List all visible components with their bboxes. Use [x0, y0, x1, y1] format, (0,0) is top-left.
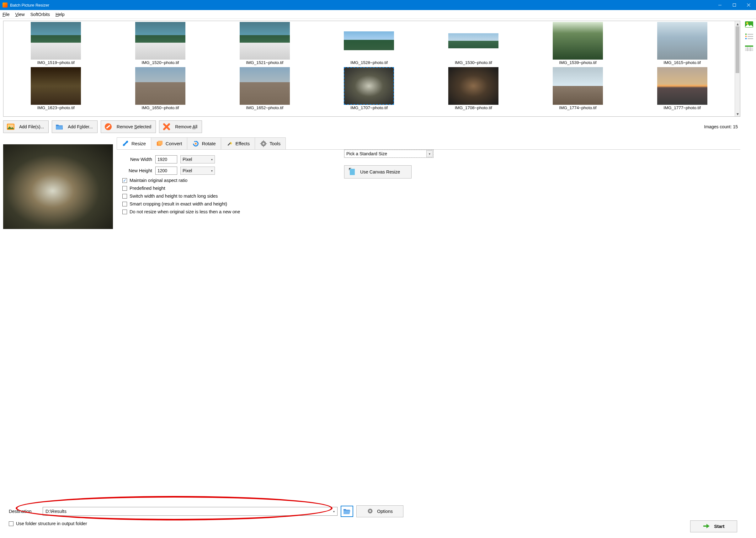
- tab-convert[interactable]: Convert: [151, 137, 188, 149]
- width-unit-value: Pixel: [183, 157, 192, 162]
- svg-point-19: [746, 22, 748, 24]
- thumbnail-item[interactable]: IMG_1528~photo.tif: [317, 22, 421, 66]
- smart-crop-checkbox[interactable]: [122, 202, 127, 206]
- new-height-input[interactable]: [155, 167, 177, 175]
- standard-size-select[interactable]: Pick a Standard Size ▾: [344, 150, 434, 158]
- no-upscale-checkbox[interactable]: [122, 210, 127, 214]
- preview-panel: [3, 137, 113, 504]
- thumbnail-image: [448, 67, 499, 105]
- menu-bar: File View SoftOrbits Help: [0, 10, 756, 19]
- svg-point-22: [745, 38, 747, 39]
- add-files-button[interactable]: Add File(s)...: [3, 121, 49, 133]
- maximize-button[interactable]: [727, 0, 741, 10]
- options-button[interactable]: Options: [356, 506, 404, 517]
- tab-resize[interactable]: Resize: [117, 137, 151, 149]
- thumbnail-item[interactable]: IMG_1708~photo.tif: [422, 67, 525, 111]
- browse-folder-button[interactable]: [341, 506, 353, 517]
- switch-wh-label: Switch width and height to match long si…: [130, 193, 218, 198]
- width-unit-select[interactable]: Pixel ▾: [180, 155, 215, 163]
- thumbnail-image: [448, 33, 499, 48]
- svg-rect-14: [266, 143, 267, 144]
- thumbnail-image: [344, 67, 394, 105]
- thumbnail-image: [240, 67, 290, 105]
- effects-icon: [226, 140, 233, 147]
- tab-effects-label: Effects: [236, 141, 250, 146]
- folder-open-icon: [343, 508, 351, 515]
- thumbnail-item[interactable]: IMG_1623~photo.tif: [4, 67, 108, 111]
- preview-image: [3, 144, 113, 229]
- add-folder-button[interactable]: Add Folder...: [52, 121, 97, 133]
- bottom-bar: Destination D:\Results ▾ Options: [3, 504, 740, 535]
- new-width-label: New Width: [122, 157, 152, 162]
- canvas-resize-label: Use Canvas Resize: [360, 169, 400, 174]
- menu-view[interactable]: View: [15, 12, 25, 17]
- standard-size-value: Pick a Standard Size: [346, 151, 387, 156]
- tab-tools[interactable]: Tools: [255, 137, 286, 149]
- canvas-resize-button[interactable]: Use Canvas Resize: [344, 165, 411, 179]
- svg-point-17: [369, 510, 371, 512]
- thumbnail-item[interactable]: IMG_1652~photo.tif: [213, 67, 316, 111]
- tools-icon: [260, 140, 267, 147]
- predefined-height-checkbox[interactable]: [122, 186, 127, 191]
- svg-rect-24: [747, 36, 753, 37]
- view-details-button[interactable]: [744, 44, 754, 52]
- window-title: Batch Picture Resizer: [10, 3, 713, 8]
- thumbnail-item[interactable]: IMG_1530~photo.tif: [422, 22, 525, 66]
- smart-crop-label: Smart cropping (result in exact width an…: [130, 201, 227, 206]
- thumbnail-item[interactable]: IMG_1520~photo.tif: [109, 22, 212, 66]
- remove-selected-button[interactable]: Remove Selected: [101, 121, 156, 133]
- chevron-down-icon: ▾: [211, 169, 213, 173]
- gear-icon: [367, 508, 373, 515]
- thumbnail-scrollbar[interactable]: ▴ ▾: [735, 21, 740, 116]
- tab-resize-label: Resize: [132, 141, 146, 146]
- rotate-icon: [192, 140, 199, 147]
- thumbnail-item[interactable]: IMG_1777~photo.tif: [630, 67, 734, 111]
- title-bar: Batch Picture Resizer: [0, 0, 756, 10]
- thumbnail-filename: IMG_1708~photo.tif: [455, 105, 492, 111]
- scroll-down-icon[interactable]: ▾: [735, 111, 740, 116]
- resize-icon: [122, 140, 129, 147]
- chevron-down-icon: ▾: [211, 158, 213, 161]
- thumbnail-item[interactable]: IMG_1774~photo.tif: [526, 67, 629, 111]
- remove-selected-label: Remove Selected: [117, 124, 151, 129]
- svg-rect-11: [263, 140, 264, 142]
- thumbnail-item[interactable]: IMG_1521~photo.tif: [213, 22, 316, 66]
- minimize-button[interactable]: [713, 0, 727, 10]
- svg-point-7: [159, 142, 160, 144]
- thumbnail-image: [240, 22, 290, 60]
- svg-point-10: [263, 142, 264, 144]
- aspect-ratio-checkbox[interactable]: [122, 178, 127, 183]
- app-icon: [3, 3, 8, 8]
- svg-point-20: [745, 33, 747, 35]
- chevron-down-icon: ▾: [333, 510, 335, 513]
- thumbnail-item[interactable]: IMG_1650~photo.tif: [109, 67, 212, 111]
- tab-tools-label: Tools: [269, 141, 281, 146]
- menu-help[interactable]: Help: [56, 12, 65, 17]
- options-label: Options: [377, 509, 393, 514]
- thumbnail-image: [135, 22, 186, 60]
- svg-rect-13: [260, 143, 262, 144]
- menu-file[interactable]: File: [3, 12, 10, 17]
- thumbnail-image: [31, 22, 81, 60]
- folder-structure-checkbox[interactable]: [9, 521, 14, 526]
- new-width-input[interactable]: [155, 155, 177, 163]
- thumbnail-filename: IMG_1528~photo.tif: [351, 60, 388, 66]
- thumbnail-item[interactable]: IMG_1519~photo.tif: [4, 22, 108, 66]
- height-unit-select[interactable]: Pixel ▾: [180, 167, 215, 175]
- start-button[interactable]: Start: [690, 520, 737, 532]
- view-list-button[interactable]: [744, 32, 754, 40]
- thumbnail-item[interactable]: IMG_1707~photo.tif: [317, 67, 421, 111]
- tab-effects[interactable]: Effects: [221, 137, 255, 149]
- switch-wh-checkbox[interactable]: [122, 194, 127, 198]
- close-button[interactable]: [741, 0, 756, 10]
- thumbnail-image: [31, 67, 81, 105]
- destination-input[interactable]: D:\Results ▾: [43, 507, 338, 516]
- scroll-up-icon[interactable]: ▴: [735, 21, 740, 27]
- menu-softorbits[interactable]: SoftOrbits: [30, 12, 50, 17]
- thumbnail-item[interactable]: IMG_1615~photo.tif: [630, 22, 734, 66]
- view-thumbnails-button[interactable]: [744, 21, 754, 28]
- tabs-bar: Resize Convert Rotate Effects: [117, 137, 740, 150]
- remove-all-button[interactable]: Remove All: [159, 121, 202, 133]
- tab-rotate[interactable]: Rotate: [187, 137, 221, 149]
- thumbnail-item[interactable]: IMG_1539~photo.tif: [526, 22, 629, 66]
